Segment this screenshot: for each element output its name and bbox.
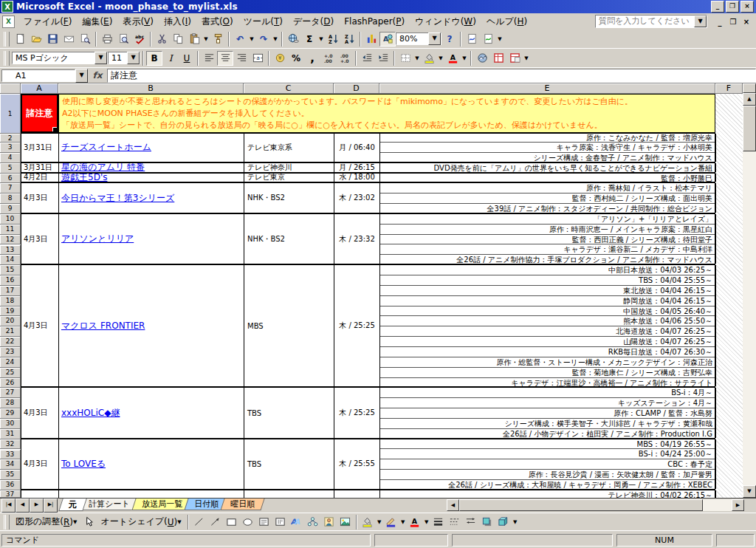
line-style-button[interactable] <box>430 515 447 530</box>
row-header-7[interactable]: 7 <box>0 183 21 193</box>
cell-program-title[interactable]: 星の海のアムリ 特番 <box>59 163 244 172</box>
open-button[interactable] <box>28 32 44 47</box>
decrease-indent-button[interactable] <box>359 51 375 66</box>
row-header-35[interactable]: 35 <box>0 470 21 480</box>
cell-start-date[interactable]: 4月3日 <box>21 214 59 264</box>
row-header-4[interactable]: 4 <box>0 153 21 163</box>
row-header-31[interactable]: 31 <box>0 429 21 439</box>
cell-channel[interactable]: NHK・BS2 <box>244 183 334 213</box>
arrow-style-button[interactable] <box>463 515 479 530</box>
sheet-tab-3[interactable]: 放送局一覧 <box>131 499 192 510</box>
cell-day-time[interactable]: 月 / 06:40 <box>334 134 380 162</box>
flashpaper-globe-button[interactable] <box>474 51 490 66</box>
insert-clipart-button[interactable] <box>321 515 337 530</box>
cell-start-date[interactable]: 3月31日 <box>21 163 59 172</box>
vertical-text-box-button[interactable] <box>272 515 289 530</box>
menu-item-0[interactable]: ファイル(F) <box>18 14 77 29</box>
row-header-16[interactable]: 16 <box>0 275 21 286</box>
cell-program-title[interactable]: 遊戯王5D's <box>59 174 244 182</box>
cell-detail-row-17[interactable]: 東北放送：04/04 26:15～ <box>380 286 715 296</box>
cell-detail-row-33[interactable]: BS-i：04/24 25:00～ <box>380 449 715 459</box>
cell-start-date[interactable]: 4月3日 <box>21 183 59 213</box>
increase-indent-button[interactable] <box>375 51 391 66</box>
row-header-17[interactable]: 17 <box>0 286 21 296</box>
flashpaper-table-2-button[interactable] <box>506 51 523 66</box>
row-header-23[interactable]: 23 <box>0 347 21 357</box>
cell-detail-row-35[interactable]: 原作：長谷見沙貴 / 漫画：矢吹健太朗 / 監督：加戸誉男 <box>380 470 715 480</box>
rectangle-button[interactable] <box>224 515 240 530</box>
cell-detail-row-6[interactable]: 監督：小野勝巳 <box>380 174 715 182</box>
cell-detail-row-27[interactable]: BS-i：4月～ <box>380 388 715 398</box>
font-name-combo-dropdown-icon[interactable]: ▼ <box>94 52 107 64</box>
font-color-button[interactable]: A <box>444 51 461 66</box>
cell-day-time[interactable]: 月 / 26:15 <box>334 163 380 172</box>
insert-function-icon[interactable]: fx <box>88 70 107 81</box>
align-right-button[interactable] <box>233 51 250 66</box>
vertical-scrollbar[interactable]: ▲ ▼ <box>743 83 756 498</box>
row-header-11[interactable]: 11 <box>0 225 21 235</box>
scroll-up-icon[interactable]: ▲ <box>743 93 756 106</box>
cell-detail-row-30[interactable]: シリーズ構成：横手美智子・大川緋芭 / キャラデザ：黄瀬和哉 <box>380 419 715 429</box>
drawing-button[interactable]: A <box>379 32 396 47</box>
cell-detail-row-25[interactable]: 監督：菊地康仁 / シリーズ構成：吉野弘幸 <box>380 368 715 378</box>
oval-button[interactable] <box>240 515 256 530</box>
cell-detail-row-22[interactable]: 山陽放送：04/07 26:25～ <box>380 337 715 347</box>
sheet-tab-2[interactable]: 計算シート <box>78 499 140 510</box>
question-input[interactable]: 質問を入力してください ▼ <box>595 15 707 28</box>
cell-detail-row-29[interactable]: 原作：CLAMP / 監督：水島努 <box>380 408 715 419</box>
chart-wizard-button[interactable] <box>363 32 379 47</box>
cell-start-date[interactable]: 4月3日 <box>21 439 59 489</box>
cell-detail-row-13[interactable]: キャラデザ：瀬谷新二 / メカデザ：中島利洋 <box>380 244 715 255</box>
cell-detail-row-16[interactable]: TBS：04/04 25:55～ <box>380 275 715 286</box>
arrow-button[interactable] <box>207 515 224 530</box>
fill-color-button[interactable] <box>360 515 376 530</box>
line-color-dropdown-icon[interactable]: ▼ <box>399 515 407 530</box>
cell-detail-row-20[interactable]: 熊本放送：04/06 25:50～ <box>380 316 715 326</box>
row-header-14[interactable]: 14 <box>0 255 21 265</box>
menu-item-7[interactable]: FlashPaper(P) <box>339 14 410 29</box>
menu-item-5[interactable]: ツール(T) <box>238 14 288 29</box>
percent-button[interactable]: % <box>288 51 304 66</box>
toolbar-options-icon[interactable]: ▼ <box>496 32 504 47</box>
insert-wordart-button[interactable]: AA <box>289 515 305 530</box>
cell-day-time[interactable]: 木 / 23:02 <box>334 183 380 213</box>
toolbar-grip[interactable] <box>4 515 10 530</box>
cell-channel[interactable]: TBS <box>244 388 334 437</box>
row-header-8[interactable]: 8 <box>0 193 21 204</box>
underline-button[interactable]: U <box>179 51 195 66</box>
mail-button[interactable] <box>61 32 77 47</box>
name-box[interactable]: A1 <box>1 69 75 82</box>
draw-menu-button[interactable]: 図形の調整(R) ▼ <box>12 515 80 530</box>
row-header-18[interactable]: 18 <box>0 296 21 306</box>
cell-program-title[interactable]: To LOVEる <box>59 439 244 489</box>
select-all-corner[interactable] <box>0 83 21 94</box>
cell-day-time[interactable]: 水 / 18:00 <box>334 174 380 182</box>
fill-color-dropdown-icon[interactable]: ▼ <box>376 515 383 530</box>
toolbar-options-icon[interactable]: ▼ <box>512 515 519 530</box>
row-header-26[interactable]: 26 <box>0 378 21 388</box>
program-title-link[interactable]: xxxHOLiC◆継 <box>59 407 120 419</box>
search-button[interactable] <box>77 32 93 47</box>
comma-button[interactable]: , <box>304 51 320 66</box>
font-size-combo-dropdown-icon[interactable]: ▼ <box>127 52 140 64</box>
insert-hyperlink-button[interactable] <box>285 32 301 47</box>
row-header-6[interactable]: 6 <box>0 174 21 184</box>
font-size-combo[interactable]: 11▼ <box>108 52 140 64</box>
cell-channel[interactable]: テレビ東京 <box>244 174 334 182</box>
cell-day-time[interactable] <box>334 490 380 498</box>
doc-minimize-button[interactable]: _ <box>715 18 725 26</box>
doc-restore-button[interactable]: ❐ <box>728 18 738 26</box>
autosum-dropdown-icon[interactable]: ▼ <box>317 32 325 47</box>
program-title-link[interactable]: 今日からマ王！第3シリーズ <box>59 192 174 205</box>
cell-detail-row-4[interactable]: シリーズ構成：金春智子 / アニメ制作：マッドハウス <box>380 153 715 162</box>
increase-decimal-button[interactable]: +.0.00 <box>320 51 337 66</box>
column-header-F[interactable]: F <box>715 83 743 94</box>
cell-program-title[interactable]: 今日からマ王！第3シリーズ <box>59 183 244 213</box>
cell-start-date[interactable]: 4月2日 <box>21 174 59 182</box>
cell-a1-selected[interactable]: 諸注意 <box>21 94 58 134</box>
cell-start-date[interactable]: 3月31日 <box>21 134 59 162</box>
cell-program-title[interactable] <box>59 490 244 498</box>
question-dropdown-icon[interactable]: ▼ <box>694 16 707 27</box>
font-color-dropdown-icon[interactable]: ▼ <box>461 51 468 66</box>
cell-start-date[interactable]: 4月3日 <box>21 265 59 386</box>
